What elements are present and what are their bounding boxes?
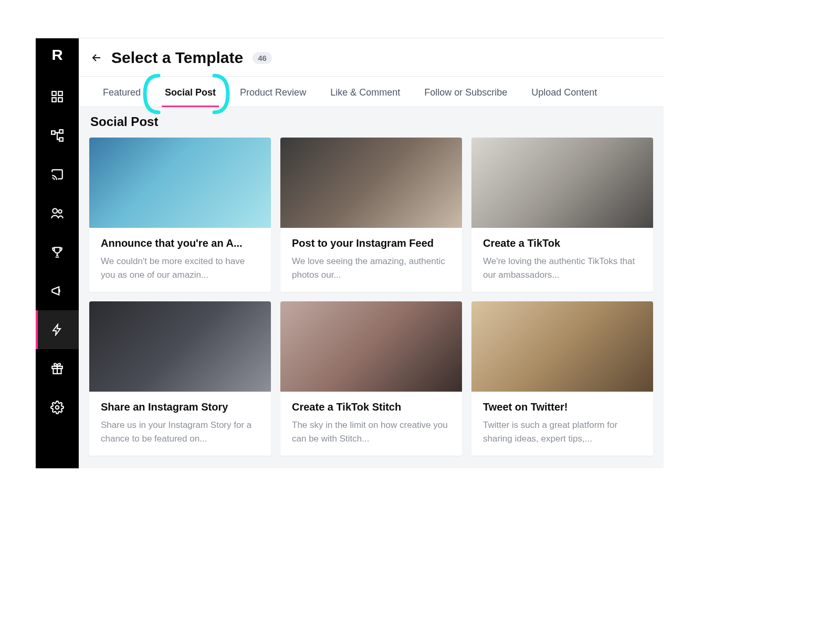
app-logo: R: [51, 47, 62, 64]
card-image: [471, 138, 653, 228]
sidebar-item-megaphone[interactable]: [36, 271, 79, 310]
card-title: Create a TikTok: [483, 237, 642, 249]
svg-point-11: [56, 406, 59, 410]
svg-point-7: [52, 208, 57, 213]
template-card[interactable]: Create a TikTok We're loving the authent…: [471, 138, 653, 292]
svg-rect-3: [58, 98, 62, 102]
card-description: We love seeing the amazing, authentic ph…: [292, 255, 450, 281]
sidebar-item-people[interactable]: [36, 194, 79, 233]
card-description: Share us in your Instagram Story for a c…: [101, 418, 259, 445]
template-count-badge: 46: [253, 52, 272, 64]
svg-rect-1: [58, 91, 62, 96]
card-title: Create a TikTok Stitch: [292, 401, 450, 413]
card-title: Post to your Instagram Feed: [292, 237, 450, 249]
template-card[interactable]: Share an Instagram Story Share us in you…: [89, 301, 271, 456]
page-title: Select a Template: [111, 49, 243, 67]
cast-icon: [50, 167, 64, 181]
megaphone-icon: [50, 284, 64, 298]
sidebar-item-dashboard[interactable]: [36, 77, 79, 116]
tab-like-comment[interactable]: Like & Comment: [329, 77, 401, 107]
template-card[interactable]: Post to your Instagram Feed We love seei…: [280, 138, 462, 292]
card-image: [280, 138, 462, 228]
svg-rect-6: [59, 138, 63, 141]
card-title: Tweet on Twitter!: [483, 401, 642, 413]
card-description: Twitter is such a great platform for sha…: [483, 418, 642, 445]
svg-rect-4: [51, 131, 55, 134]
main-area: Select a Template 46 Featured Social Pos…: [79, 38, 664, 468]
gift-icon: [50, 362, 64, 375]
sidebar-item-settings[interactable]: [36, 388, 79, 427]
card-description: The sky in the limit on how creative you…: [292, 418, 450, 445]
card-image: [280, 301, 462, 392]
sidebar-item-gift[interactable]: [36, 349, 79, 388]
card-description: We couldn't be more excited to have you …: [101, 255, 259, 281]
sidebar-item-bolt[interactable]: [36, 310, 79, 349]
grid-icon: [50, 90, 64, 103]
tab-social-post[interactable]: Social Post: [164, 77, 217, 107]
bolt-icon: [51, 323, 64, 336]
card-image: [89, 301, 271, 392]
flow-icon: [50, 129, 64, 142]
sidebar-item-trophy[interactable]: [36, 233, 79, 271]
trophy-icon: [50, 245, 64, 259]
sidebar: R: [36, 38, 79, 468]
tab-follow-subscribe[interactable]: Follow or Subscribe: [423, 77, 508, 107]
card-image: [89, 138, 271, 228]
svg-rect-5: [59, 130, 63, 133]
gear-icon: [50, 401, 64, 414]
card-image: [471, 301, 653, 392]
card-title: Share an Instagram Story: [101, 401, 259, 413]
sidebar-item-flow[interactable]: [36, 116, 79, 155]
back-button[interactable]: [89, 50, 104, 65]
tab-product-review[interactable]: Product Review: [239, 77, 307, 107]
svg-rect-0: [52, 91, 56, 96]
svg-rect-2: [52, 98, 56, 102]
section-title: Social Post: [90, 114, 653, 129]
category-tabs: Featured Social Post Product Review Like…: [79, 77, 664, 107]
people-icon: [50, 206, 64, 220]
card-title: Announce that you're an A...: [101, 237, 259, 249]
card-description: We're loving the authentic TikToks that …: [483, 255, 642, 281]
content-area: Social Post Announce that you're an A...…: [79, 107, 664, 468]
tab-featured[interactable]: Featured: [102, 77, 142, 107]
arrow-left-icon: [90, 51, 103, 64]
template-grid: Announce that you're an A... We couldn't…: [89, 138, 653, 456]
sidebar-item-cast[interactable]: [36, 155, 79, 194]
page-header: Select a Template 46: [79, 38, 664, 77]
svg-point-8: [58, 210, 62, 214]
template-card[interactable]: Create a TikTok Stitch The sky in the li…: [280, 301, 462, 456]
template-card[interactable]: Tweet on Twitter! Twitter is such a grea…: [471, 301, 653, 456]
template-card[interactable]: Announce that you're an A... We couldn't…: [89, 138, 271, 292]
tab-upload-content[interactable]: Upload Content: [530, 77, 598, 107]
